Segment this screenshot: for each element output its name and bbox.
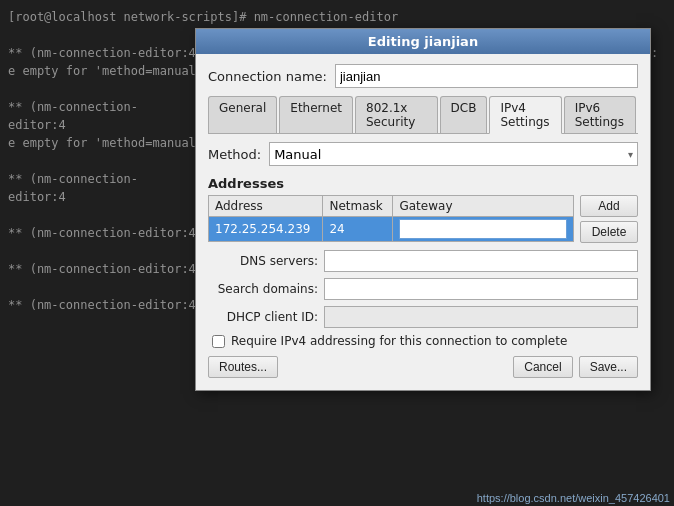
ipv4-required-checkbox[interactable] <box>212 335 225 348</box>
dns-input[interactable] <box>324 250 638 272</box>
dhcp-row: DHCP client ID: <box>208 306 638 328</box>
netmask-cell: 24 <box>323 217 393 242</box>
col-address: Address <box>209 196 323 217</box>
dialog-titlebar: Editing jianjian <box>196 29 650 54</box>
connection-name-label: Connection name: <box>208 69 327 84</box>
delete-button[interactable]: Delete <box>580 221 638 243</box>
addresses-header-row: Address Netmask Gateway <box>209 196 574 217</box>
dhcp-input[interactable] <box>324 306 638 328</box>
addresses-section: Address Netmask Gateway 172.25.254.239 2… <box>208 195 638 250</box>
gateway-cell[interactable] <box>393 217 574 242</box>
dialog-title: Editing jianjian <box>368 34 478 49</box>
connection-name-input[interactable] <box>335 64 638 88</box>
dns-row: DNS servers: <box>208 250 638 272</box>
dhcp-label: DHCP client ID: <box>208 310 318 324</box>
gateway-input[interactable] <box>399 219 567 239</box>
connection-name-row: Connection name: <box>208 64 638 88</box>
method-label: Method: <box>208 147 261 162</box>
tabs-bar: General Ethernet 802.1x Security DCB IPv… <box>208 96 638 134</box>
ipv4-required-label: Require IPv4 addressing for this connect… <box>231 334 567 348</box>
save-button[interactable]: Save... <box>579 356 638 378</box>
dns-label: DNS servers: <box>208 254 318 268</box>
tab-8021x-security[interactable]: 802.1x Security <box>355 96 438 133</box>
cancel-button[interactable]: Cancel <box>513 356 572 378</box>
col-gateway: Gateway <box>393 196 574 217</box>
col-netmask: Netmask <box>323 196 393 217</box>
method-value: Manual <box>274 147 321 162</box>
search-input[interactable] <box>324 278 638 300</box>
add-button[interactable]: Add <box>580 195 638 217</box>
address-row[interactable]: 172.25.254.239 24 <box>209 217 574 242</box>
watermark: https://blog.csdn.net/weixin_457426401 <box>473 490 674 506</box>
routes-button[interactable]: Routes... <box>208 356 278 378</box>
tab-general[interactable]: General <box>208 96 277 133</box>
dropdown-arrow-icon: ▾ <box>628 149 633 160</box>
checkbox-row: Require IPv4 addressing for this connect… <box>208 334 638 348</box>
search-label: Search domains: <box>208 282 318 296</box>
tab-ethernet[interactable]: Ethernet <box>279 96 353 133</box>
address-cell: 172.25.254.239 <box>209 217 323 242</box>
addresses-table-wrap: Address Netmask Gateway 172.25.254.239 2… <box>208 195 574 250</box>
dialog-body: Connection name: General Ethernet 802.1x… <box>196 54 650 390</box>
addresses-section-label: Addresses <box>208 176 638 191</box>
method-dropdown[interactable]: Manual ▾ <box>269 142 638 166</box>
tab-ipv6-settings[interactable]: IPv6 Settings <box>564 96 636 133</box>
dialog-footer: Routes... Cancel Save... <box>208 356 638 378</box>
address-buttons: Add Delete <box>580 195 638 250</box>
tab-ipv4-settings[interactable]: IPv4 Settings <box>489 96 561 134</box>
search-row: Search domains: <box>208 278 638 300</box>
addresses-table: Address Netmask Gateway 172.25.254.239 2… <box>208 195 574 242</box>
method-row: Method: Manual ▾ <box>208 142 638 166</box>
tab-dcb[interactable]: DCB <box>440 96 488 133</box>
editing-dialog: Editing jianjian Connection name: Genera… <box>195 28 651 391</box>
